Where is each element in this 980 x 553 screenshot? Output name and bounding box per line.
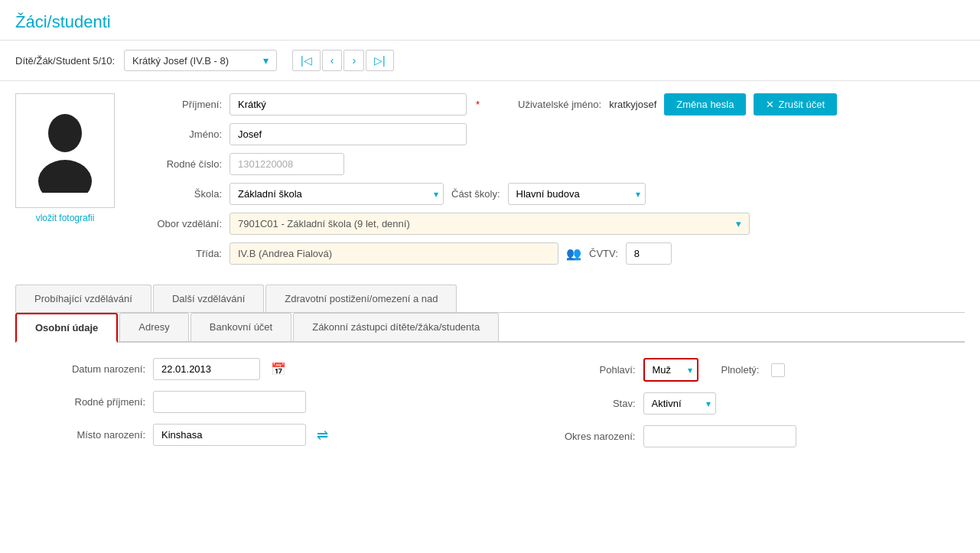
x-icon: ✕ [766, 99, 774, 110]
tab-bankovni-label: Bankovní účet [210, 321, 272, 333]
zrusit-ucet-label: Zrušit účet [778, 99, 825, 110]
rodne-prijmeni-input[interactable] [153, 391, 306, 413]
jmeno-input[interactable] [230, 123, 467, 145]
tab-probihajici[interactable]: Probíhající vzdělávání [15, 285, 151, 312]
tab-adresy[interactable]: Adresy [119, 313, 188, 341]
okres-narozeni-row: Okres narození: [513, 425, 958, 447]
pohlavi-label: Pohlaví: [513, 364, 636, 376]
trida-row: Třída: 👥 ČVTV: [130, 242, 965, 265]
jmeno-label: Jméno: [130, 128, 222, 140]
calendar-icon[interactable]: 📅 [271, 362, 286, 376]
photo-section: vložit fotografii [15, 93, 115, 272]
nav-last-button[interactable]: ▷| [366, 50, 394, 71]
tab-osobni-label: Osobní údaje [35, 322, 98, 333]
okres-narozeni-label: Okres narození: [513, 431, 636, 442]
personal-form: Datum narození: 📅 Rodné příjmení: Místo … [23, 358, 957, 458]
tab-zakonne-label: Zákonní zástupci dítěte/žáka/studenta [312, 321, 480, 333]
obor-select[interactable]: 7901C01 - Základní škola (9 let, denní) … [230, 213, 750, 235]
cvtv-input[interactable] [626, 242, 672, 265]
personal-right-col: Pohlaví: Muž Žena ▾ Plnoletý: Stav: [513, 358, 958, 458]
student-select-value: Krátký Josef (IV.B - 8) [132, 55, 229, 67]
prijmeni-input[interactable] [230, 93, 467, 115]
username-label: Uživatelské jméno: [518, 99, 601, 110]
main-content: vložit fotografii Příjmení: * Uživatelsk… [0, 81, 980, 486]
toolbar: Dítě/Žák/Student 5/10: Krátký Josef (IV.… [0, 41, 980, 81]
skola-label: Škola: [130, 188, 222, 200]
student-select[interactable]: Krátký Josef (IV.B - 8) ▾ [124, 50, 277, 71]
misto-narozeni-input[interactable] [153, 424, 306, 446]
form-section: Příjmení: * Uživatelské jméno: kratkyjos… [130, 93, 965, 272]
plnolety-label: Plnoletý: [721, 364, 760, 376]
rodne-cislo-row: Rodné číslo: [130, 153, 965, 175]
rodne-prijmeni-label: Rodné příjmení: [23, 396, 145, 408]
group-icon[interactable]: 👥 [566, 246, 581, 261]
svg-point-2 [51, 122, 63, 138]
tab-bankovni[interactable]: Bankovní účet [190, 313, 291, 341]
chevron-down-icon: ▾ [434, 189, 438, 200]
pohlavi-row: Pohlaví: Muž Žena ▾ Plnoletý: [513, 358, 958, 382]
datum-narozeni-input[interactable] [153, 358, 260, 380]
trida-input[interactable] [230, 242, 558, 265]
obor-label: Obor vzdělání: [130, 218, 222, 229]
tab-content-osobni: Datum narození: 📅 Rodné příjmení: Místo … [15, 343, 965, 473]
personal-left-col: Datum narození: 📅 Rodné příjmení: Místo … [23, 358, 467, 458]
stav-row: Stav: Aktivní Neaktivní ▾ [513, 392, 958, 415]
chevron-down-icon: ▾ [636, 189, 640, 200]
plnolety-checkbox[interactable] [771, 363, 785, 377]
skola-select-input[interactable]: Základní škola [230, 184, 429, 204]
stav-select-input[interactable]: Aktivní Neaktivní [644, 393, 715, 414]
nav-first-button[interactable]: |◁ [292, 50, 321, 71]
jmeno-row: Jméno: [130, 123, 965, 145]
obor-row: Obor vzdělání: 7901C01 - Základní škola … [130, 213, 965, 235]
page-header: Žáci/studenti [0, 0, 980, 41]
chevron-down-icon: ▾ [263, 54, 269, 67]
skola-row: Škola: Základní škola ▾ Část školy: Hlav… [130, 183, 965, 205]
zmena-hesla-button[interactable]: Změna hesla [664, 93, 746, 115]
zrusit-ucet-button[interactable]: ✕ Zrušit účet [754, 93, 837, 115]
student-header: vložit fotografii Příjmení: * Uživatelsk… [15, 93, 965, 272]
rodne-cislo-label: Rodné číslo: [130, 158, 222, 170]
required-star: * [476, 99, 480, 110]
prijmeni-row: Příjmení: * Uživatelské jméno: kratkyjos… [130, 93, 965, 115]
rodne-prijmeni-row: Rodné příjmení: [23, 391, 467, 413]
datum-narozeni-row: Datum narození: 📅 [23, 358, 467, 380]
lower-tabs: Osobní údaje Adresy Bankovní účet Zákonn… [15, 313, 965, 343]
photo-box [15, 93, 115, 208]
upper-tabs: Probíhající vzdělávání Další vzdělávání … [15, 285, 965, 313]
prijmeni-label: Příjmení: [130, 99, 222, 110]
tab-zdravotni-label: Zdravotní postižení/omezení a nad [285, 293, 438, 304]
toolbar-label: Dítě/Žák/Student 5/10: [15, 55, 115, 67]
location-icon[interactable]: ⇌ [317, 427, 328, 444]
stav-select[interactable]: Aktivní Neaktivní ▾ [643, 392, 716, 415]
page-title: Žáci/studenti [15, 12, 965, 32]
rodne-cislo-input[interactable] [230, 153, 344, 175]
cast-skoly-label: Část školy: [451, 188, 500, 200]
nav-next-button[interactable]: › [343, 50, 364, 71]
tab-adresy-label: Adresy [138, 321, 169, 333]
nav-prev-button[interactable]: ‹ [322, 50, 343, 71]
cast-skoly-select[interactable]: Hlavní budova ▾ [508, 183, 646, 205]
navigation-buttons: |◁ ‹ › ▷| [292, 50, 394, 71]
username-section: Uživatelské jméno: kratkyjosef Změna hes… [518, 93, 837, 115]
upload-photo-link[interactable]: vložit fotografii [36, 213, 95, 223]
obor-value: 7901C01 - Základní škola (9 let, denní) [238, 218, 410, 229]
tab-zakonne[interactable]: Zákonní zástupci dítěte/žáka/studenta [293, 313, 499, 341]
datum-narozeni-label: Datum narození: [23, 363, 145, 375]
student-photo [31, 109, 99, 193]
stav-label: Stav: [513, 398, 636, 409]
pohlavi-select[interactable]: Muž Žena ▾ [643, 358, 698, 382]
username-value: kratkyjosef [609, 99, 656, 110]
cvtv-label: ČVTV: [589, 248, 618, 259]
misto-narozeni-label: Místo narození: [23, 429, 145, 441]
trida-label: Třída: [130, 248, 222, 259]
tab-dalsi-label: Další vzdělávání [172, 293, 245, 304]
pohlavi-select-input[interactable]: Muž Žena [645, 359, 697, 380]
skola-select[interactable]: Základní škola ▾ [230, 183, 444, 205]
okres-narozeni-input[interactable] [643, 425, 796, 447]
tab-probihajici-label: Probíhající vzdělávání [34, 293, 132, 304]
tab-osobni[interactable]: Osobní údaje [15, 313, 118, 343]
cast-skoly-select-input[interactable]: Hlavní budova [509, 184, 631, 204]
tab-dalsi[interactable]: Další vzdělávání [153, 285, 264, 312]
tab-zdravotni[interactable]: Zdravotní postižení/omezení a nad [265, 285, 457, 312]
svg-point-1 [38, 160, 92, 193]
